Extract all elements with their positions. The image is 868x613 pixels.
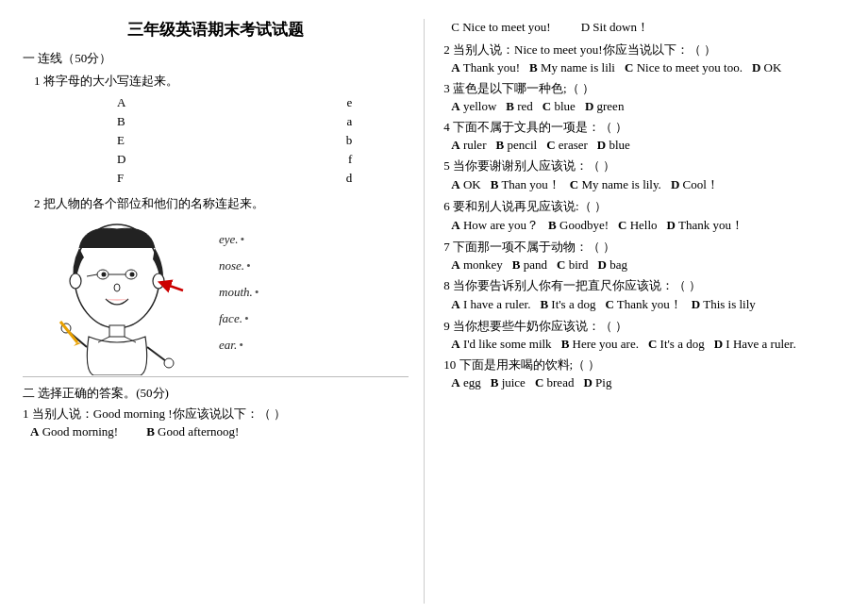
- letter-row: Ba: [23, 112, 409, 131]
- right-question-10: 10 下面是用来喝的饮料;（ ）A eggB juiceC breadD Pig: [443, 356, 845, 390]
- answer-option: B It's a dog: [540, 297, 595, 311]
- answer-option: B Than you！: [491, 177, 560, 191]
- answer-option: D Pig: [583, 375, 611, 389]
- right-question-3: 3 蓝色是以下哪一种色;（ ）A yellowB redC blueD gree…: [443, 80, 845, 114]
- question-text: 4 下面不属于文具的一项是：（ ）: [443, 119, 845, 136]
- answer-option: C bread: [535, 375, 575, 389]
- question-text: 5 当你要谢谢别人应该说：（ ）: [443, 157, 845, 174]
- answer-option: A yellow: [451, 99, 496, 113]
- answer-option: C Nice to meet you too.: [625, 60, 743, 75]
- letter-left: F: [117, 171, 124, 186]
- answer-option: A How are you？: [451, 218, 539, 232]
- answer-option: B Good afternoog!: [146, 424, 239, 439]
- answer-option: D This is lily: [692, 297, 756, 311]
- question-text: 3 蓝色是以下哪一种色;（ ）: [443, 80, 845, 97]
- body-part-label: ear.: [219, 338, 262, 353]
- question-text: 10 下面是用来喝的饮料;（ ）: [443, 356, 845, 373]
- answer-option: D blue: [597, 138, 630, 152]
- letter-right: e: [347, 95, 353, 110]
- question-options: A monkeyB pandC birdD bag: [451, 257, 845, 273]
- answer-option: D OK: [752, 60, 781, 75]
- answer-option: B pand: [512, 257, 547, 272]
- body-image: [23, 220, 211, 371]
- answer-option: B Goodbye!: [548, 218, 609, 232]
- right-question-9: 9 当你想要些牛奶你应该说：（ ）A I'd like some milkB H…: [443, 318, 845, 352]
- answer-option: A OK: [451, 177, 480, 191]
- right-question-4: 4 下面不属于文具的一项是：（ ）A rulerB pencilC eraser…: [443, 119, 845, 153]
- question-text: 9 当你想要些牛奶你应该说：（ ）: [443, 318, 845, 335]
- answer-option: B juice: [491, 375, 526, 389]
- question-options: A I'd like some milkB Here you are.C It'…: [451, 337, 845, 352]
- letter-right: f: [348, 152, 352, 167]
- body-labels: eye.nose.mouth.face.ear.: [219, 220, 262, 371]
- answer-option: D green: [585, 99, 625, 113]
- left-q1: 1 当别人说：Good morning !你应该说以下：（ ） A Good m…: [23, 406, 409, 439]
- question-text: 6 要和别人说再见应该说:（ ）: [443, 198, 845, 215]
- answer-option: B red: [506, 99, 533, 113]
- sub1-title: 1 将字母的大小写连起来。: [34, 73, 409, 90]
- answer-option: C blue: [542, 99, 576, 113]
- letter-right: a: [347, 114, 353, 129]
- answer-option: A monkey: [451, 257, 503, 272]
- answer-option: B Here you are.: [561, 337, 639, 351]
- right-question-5: 5 当你要谢谢别人应该说：（ ）A OKB Than you！C My name…: [443, 157, 845, 193]
- letter-right: b: [346, 133, 353, 148]
- letter-row: Ae: [23, 93, 409, 112]
- question-text: 7 下面那一项不属于动物：（ ）: [443, 239, 845, 256]
- answer-option: B pencil: [495, 138, 537, 152]
- section1-title: 一 连线（50分）: [23, 50, 409, 67]
- svg-point-4: [130, 273, 135, 277]
- right-question-8: 8 当你要告诉别人你有一把直尺你应该说：（ ）A I have a ruler.…: [443, 277, 845, 313]
- question-options: A eggB juiceC breadD Pig: [451, 375, 845, 390]
- question-text: 8 当你要告诉别人你有一把直尺你应该说：（ ）: [443, 277, 845, 294]
- question-options: A I have a ruler.B It's a dogC Thank you…: [451, 296, 845, 313]
- svg-point-2: [102, 273, 107, 277]
- answer-option: C It's a dog: [648, 337, 705, 351]
- answer-option: C My name is lily.: [570, 177, 661, 191]
- answer-option: A I'd like some milk: [451, 337, 551, 351]
- answer-option: B My name is lili: [529, 60, 615, 75]
- answer-option: D Cool！: [671, 177, 719, 191]
- question-options: A How are you？B Goodbye!C HelloD Thank y…: [451, 217, 845, 234]
- letter-left: D: [117, 152, 125, 167]
- right-question-7: 7 下面那一项不属于动物：（ ）A monkeyB pandC birdD ba…: [443, 239, 845, 273]
- question-options: A rulerB pencilC eraserD blue: [451, 138, 845, 153]
- letter-left: B: [117, 114, 125, 129]
- answer-option: A I have a ruler.: [451, 297, 530, 311]
- right-question-6: 6 要和别人说再见应该说:（ ）A How are you？B Goodbye!…: [443, 198, 845, 234]
- answer-option: A Thank you!: [451, 60, 520, 75]
- answer-option: C Hello: [618, 218, 658, 232]
- answer-option: C Thank you！: [605, 297, 681, 311]
- right-question-2: 2 当别人说：Nice to meet you!你应当说以下：（ ）A Than…: [443, 41, 845, 75]
- answer-option: D bag: [598, 257, 627, 272]
- answer-option: A ruler: [451, 138, 486, 152]
- answer-option: C Nice to meet you!: [451, 20, 550, 34]
- answer-option: C eraser: [546, 138, 588, 152]
- answer-option: C bird: [557, 257, 589, 272]
- section2-title: 二 选择正确的答案。(50分): [23, 385, 409, 402]
- question-options: A yellowB redC blueD green: [451, 99, 845, 114]
- body-part-label: nose.: [219, 258, 262, 273]
- svg-point-9: [153, 273, 164, 289]
- svg-point-19: [164, 358, 174, 368]
- letter-row: Eb: [23, 131, 409, 150]
- answer-option: D Thank you！: [667, 218, 743, 232]
- answer-option: A Good morning!: [30, 424, 118, 439]
- letter-row: Fd: [23, 169, 409, 188]
- letter-row: Df: [23, 150, 409, 169]
- question-options: A OKB Than you！C My name is lily.D Cool！: [451, 176, 845, 193]
- letter-left: A: [117, 95, 125, 110]
- answer-option: D Sit down！: [581, 20, 649, 34]
- letter-left: E: [117, 133, 125, 148]
- body-part-label: mouth.: [219, 285, 262, 300]
- svg-line-10: [164, 284, 183, 290]
- svg-point-8: [70, 273, 81, 289]
- svg-marker-17: [74, 342, 81, 346]
- svg-line-18: [147, 347, 166, 361]
- answer-option: D I Have a ruler.: [714, 337, 796, 351]
- body-part-label: face.: [219, 311, 262, 326]
- question-options: A Thank you!B My name is liliC Nice to m…: [451, 60, 845, 75]
- page-title: 三年级英语期末考试试题: [23, 19, 409, 41]
- body-part-label: eye.: [219, 232, 262, 247]
- question-text: 2 当别人说：Nice to meet you!你应当说以下：（ ）: [443, 41, 845, 58]
